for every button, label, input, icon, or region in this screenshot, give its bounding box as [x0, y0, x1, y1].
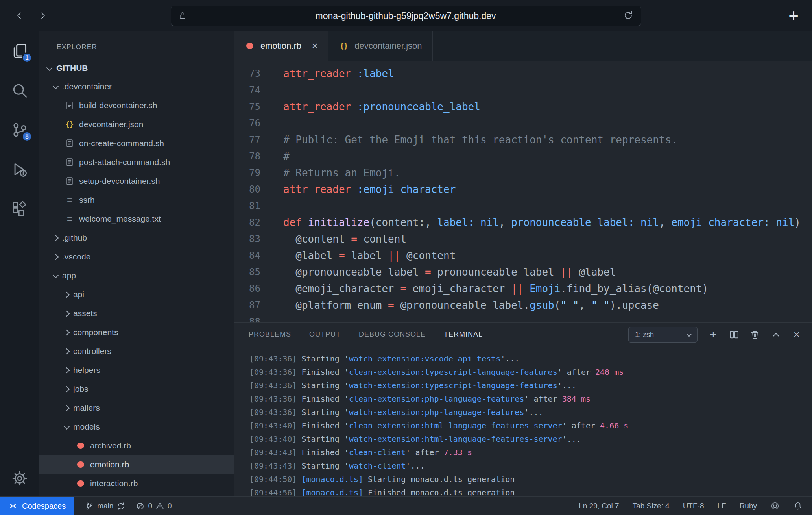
codespaces-remote-indicator[interactable]: Codespaces	[0, 497, 74, 515]
tree-item-label: interaction.rb	[90, 479, 138, 488]
tab-devcontainer-json[interactable]: {} devcontainer.json	[328, 31, 432, 61]
tree-folder-jobs[interactable]: jobs	[39, 380, 234, 398]
code-line-76: 76	[234, 115, 812, 132]
tree-file-emotion-rb[interactable]: emotion.rb	[39, 455, 234, 474]
source-control-badge: 8	[22, 131, 32, 142]
sync-icon	[117, 502, 125, 510]
tree-folder-github[interactable]: .github	[39, 228, 234, 247]
panel-tab-problems[interactable]: PROBLEMS	[249, 323, 291, 346]
panel-tab-debug-console[interactable]: DEBUG CONSOLE	[359, 323, 426, 346]
back-button[interactable]	[11, 7, 28, 24]
language-mode[interactable]: Ruby	[740, 502, 757, 510]
tree-item-label: ssrh	[79, 195, 95, 205]
ruby-file-icon	[76, 459, 86, 470]
extensions-activity-icon[interactable]	[10, 199, 29, 218]
close-icon[interactable]: ×	[312, 41, 318, 52]
feedback-smiley-icon[interactable]	[770, 501, 780, 511]
tree-item-label: api	[73, 290, 84, 299]
chevron-down-icon	[46, 65, 53, 71]
tree-folder-helpers[interactable]: helpers	[39, 361, 234, 380]
shell-file-icon	[65, 176, 75, 186]
notifications-bell-icon[interactable]	[793, 501, 803, 511]
explorer-activity-icon[interactable]: 1	[10, 42, 29, 61]
chevron-down-icon	[53, 83, 59, 89]
settings-gear-icon[interactable]	[10, 469, 29, 488]
maximize-panel-icon[interactable]	[771, 330, 781, 340]
tree-item-label: archived.rb	[90, 441, 131, 450]
run-debug-icon	[11, 161, 28, 178]
problems-indicator[interactable]: 0 0	[136, 502, 172, 510]
chevron-right-icon	[64, 329, 70, 335]
panel-header: PROBLEMSOUTPUTDEBUG CONSOLETERMINAL 1: z…	[234, 323, 812, 346]
branch-indicator[interactable]: main	[85, 502, 125, 510]
tab-emotion-rb[interactable]: emotion.rb ×	[234, 31, 328, 61]
shell-file-icon	[65, 157, 75, 167]
tree-folder-components[interactable]: components	[39, 323, 234, 342]
indentation-setting[interactable]: Tab Size: 4	[633, 502, 670, 510]
tree-folder-mailers[interactable]: mailers	[39, 398, 234, 417]
tree-folder-vscode[interactable]: .vscode	[39, 247, 234, 266]
tree-file-post-attach-command-sh[interactable]: post-attach-command.sh	[39, 153, 234, 172]
search-activity-icon[interactable]	[10, 81, 29, 100]
line-number: 84	[234, 247, 260, 264]
tree-folder-controllers[interactable]: controllers	[39, 342, 234, 361]
line-number: 79	[234, 165, 260, 181]
close-panel-icon[interactable]: ×	[792, 330, 802, 340]
terminal-line: [09:43:43] Finished 'clean-client' after…	[249, 446, 812, 459]
new-tab-button[interactable]: +	[786, 8, 801, 24]
panel-tab-terminal[interactable]: TERMINAL	[444, 323, 483, 346]
address-bar[interactable]: mona-github-github-g59jpq2w5w7.github.de…	[171, 6, 641, 26]
code-line-85: 85 @pronounceable_label = pronounceable_…	[234, 264, 812, 280]
run-debug-activity-icon[interactable]	[10, 160, 29, 179]
tree-item-label: post-attach-command.sh	[79, 157, 170, 167]
kill-terminal-trash-icon[interactable]	[750, 330, 760, 340]
tree-folder-devcontainer[interactable]: .devcontainer	[39, 77, 234, 96]
chevron-right-icon	[53, 254, 59, 260]
tree-folder-assets[interactable]: assets	[39, 304, 234, 323]
sidebar-title: EXPLORER	[39, 31, 234, 59]
chevron-down-icon	[687, 332, 692, 337]
terminal-line: [09:43:40] Finished 'clean-extension:htm…	[249, 419, 812, 432]
new-terminal-icon[interactable]: +	[708, 330, 718, 340]
tree-file-archived-rb[interactable]: archived.rb	[39, 436, 234, 455]
eol-setting[interactable]: LF	[717, 502, 726, 510]
tree-folder-api[interactable]: api	[39, 285, 234, 304]
tree-folder-app[interactable]: app	[39, 266, 234, 285]
tree-file-setup-devcontainer-sh[interactable]: setup-devcontainer.sh	[39, 172, 234, 191]
terminal-shell-select[interactable]: 1: zsh	[628, 327, 698, 343]
panel-tab-output[interactable]: OUTPUT	[309, 323, 341, 346]
refresh-icon[interactable]	[624, 11, 634, 21]
forward-button[interactable]	[34, 7, 51, 24]
text-file-icon: ≡	[65, 195, 75, 205]
code-editor[interactable]: 73attr_reader :label7475attr_reader :pro…	[234, 61, 812, 322]
panel-tabs: PROBLEMSOUTPUTDEBUG CONSOLETERMINAL	[249, 323, 501, 346]
line-number: 74	[234, 82, 260, 98]
tree-folder-models[interactable]: models	[39, 417, 234, 436]
extensions-icon	[11, 200, 28, 217]
tree-file-welcome-message-txt[interactable]: ≡welcome_message.txt	[39, 209, 234, 228]
tree-file-interaction-rb[interactable]: interaction.rb	[39, 474, 234, 493]
code-line-77: 77# Public: Get the Emoji that this reac…	[234, 132, 812, 148]
code-line-74: 74	[234, 82, 812, 98]
encoding-setting[interactable]: UTF-8	[683, 502, 704, 510]
tree-file-on-create-command-sh[interactable]: on-create-command.sh	[39, 134, 234, 153]
chevron-down-icon	[53, 272, 59, 278]
url-text: mona-github-github-g59jpq2w5w7.github.de…	[188, 11, 624, 21]
chevron-right-icon	[53, 235, 59, 241]
tree-item-label: on-create-command.sh	[79, 139, 164, 148]
tree-file-ssrh[interactable]: ≡ssrh	[39, 191, 234, 209]
tab-label: emotion.rb	[260, 41, 301, 51]
tree-root-github[interactable]: GITHUB	[39, 59, 234, 77]
tree-item-label: controllers	[73, 346, 111, 356]
tree-item-label: emotion.rb	[90, 460, 129, 469]
cursor-position[interactable]: Ln 29, Col 7	[579, 502, 619, 510]
ruby-file-icon	[245, 41, 255, 51]
tree-file-devcontainer-json[interactable]: {}devcontainer.json	[39, 115, 234, 134]
line-number: 78	[234, 148, 260, 165]
chevron-right-icon	[64, 348, 70, 354]
split-terminal-icon[interactable]	[729, 330, 739, 340]
lock-icon	[178, 11, 188, 20]
source-control-activity-icon[interactable]: 8	[10, 120, 29, 139]
tree-file-build-devcontainer-sh[interactable]: build-devcontainer.sh	[39, 96, 234, 115]
terminal-output[interactable]: [09:43:36] Starting 'watch-extension:vsc…	[234, 346, 812, 496]
